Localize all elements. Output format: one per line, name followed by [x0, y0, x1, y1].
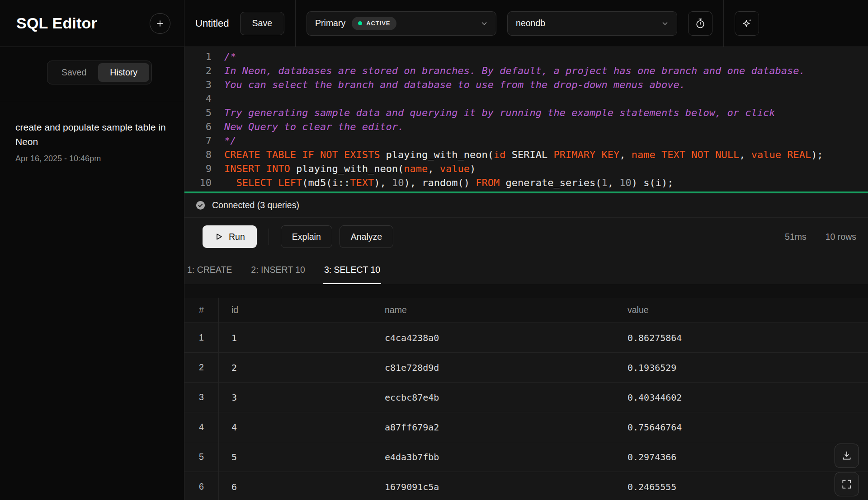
- history-list: create and populate sample table in Neon…: [0, 101, 184, 182]
- code-line[interactable]: 2In Neon, databases are stored on branch…: [184, 64, 868, 78]
- code-line[interactable]: 7*/: [184, 134, 868, 148]
- main-toolbar: Untitled Save Primary ACTIVE neondb: [184, 0, 868, 47]
- check-circle-icon: [195, 200, 206, 210]
- code-text: INSERT INTO playing_with_neon(name, valu…: [212, 162, 868, 176]
- results-tab[interactable]: 1: CREATE: [186, 259, 233, 284]
- name-cell: eccbc87e4b: [372, 383, 615, 412]
- row-index-cell: 1: [184, 323, 219, 352]
- code-text: You can select the branch and database t…: [212, 78, 868, 92]
- table-row[interactable]: 11c4ca4238a00.86275864: [184, 323, 868, 353]
- results-tabs: 1: CREATE2: INSERT 103: SELECT 10: [184, 256, 868, 284]
- id-cell: 1: [219, 323, 372, 352]
- id-cell: 5: [219, 442, 372, 472]
- play-icon: [214, 232, 223, 241]
- code-line[interactable]: 6New Query to clear the editor.: [184, 120, 868, 134]
- line-number: 1: [184, 50, 212, 64]
- line-number: 8: [184, 148, 212, 162]
- code-line[interactable]: 1/*: [184, 50, 868, 64]
- code-text: In Neon, databases are stored on branche…: [212, 64, 868, 78]
- run-button[interactable]: Run: [203, 225, 257, 248]
- explain-button[interactable]: Explain: [281, 225, 332, 248]
- code-text: New Query to clear the editor.: [212, 120, 868, 134]
- value-cell: 0.75646764: [615, 412, 868, 442]
- query-meta: 51ms 10 rows: [785, 232, 856, 242]
- history-item[interactable]: create and populate sample table in Neon…: [15, 120, 169, 164]
- branch-status-label: ACTIVE: [366, 20, 390, 27]
- toolbar-divider: [723, 0, 724, 47]
- app-root: SQL Editor SavedHistory create and popul…: [0, 0, 868, 500]
- query-row-count: 10 rows: [826, 232, 856, 242]
- sidebar-tab-history[interactable]: History: [98, 63, 149, 82]
- code-text: /*: [212, 50, 868, 64]
- code-line[interactable]: 8CREATE TABLE IF NOT EXISTS playing_with…: [184, 148, 868, 162]
- value-cell: 0.2974366: [615, 442, 868, 472]
- value-cell: 0.2465555: [615, 472, 868, 500]
- code-line[interactable]: 3You can select the branch and database …: [184, 78, 868, 92]
- id-cell: 2: [219, 353, 372, 382]
- results-tab[interactable]: 3: SELECT 10: [323, 259, 381, 284]
- code-editor[interactable]: 1/*2In Neon, databases are stored on bra…: [184, 47, 868, 190]
- line-number: 2: [184, 64, 212, 78]
- main-panel: Untitled Save Primary ACTIVE neondb: [184, 0, 868, 500]
- sidebar: SQL Editor SavedHistory create and popul…: [0, 0, 184, 500]
- connection-status: Connected (3 queries): [184, 193, 868, 218]
- value-cell: 0.40344602: [615, 383, 868, 412]
- branch-name: Primary: [315, 18, 345, 28]
- branch-status-badge: ACTIVE: [352, 17, 396, 30]
- column-header-value: value: [615, 298, 868, 322]
- id-cell: 6: [219, 472, 372, 500]
- query-history-button[interactable]: [688, 11, 712, 36]
- ai-assistant-button[interactable]: [735, 11, 759, 36]
- table-row[interactable]: 22c81e728d9d0.1936529: [184, 353, 868, 383]
- query-duration: 51ms: [785, 232, 807, 242]
- chevron-down-icon: [481, 20, 488, 27]
- table-row[interactable]: 33eccbc87e4b0.40344602: [184, 383, 868, 412]
- value-cell: 0.1936529: [615, 353, 868, 382]
- results-tab[interactable]: 2: INSERT 10: [250, 259, 306, 284]
- database-selector[interactable]: neondb: [507, 11, 677, 36]
- value-cell: 0.86275864: [615, 323, 868, 352]
- table-row[interactable]: 55e4da3b7fbb0.2974366: [184, 442, 868, 472]
- results-table-gap: [184, 284, 868, 298]
- row-index-cell: 2: [184, 353, 219, 382]
- history-item-timestamp: Apr 16, 2025 - 10:46pm: [15, 154, 169, 164]
- code-text: */: [212, 134, 868, 148]
- table-row[interactable]: 661679091c5a0.2465555: [184, 472, 868, 500]
- chevron-down-icon: [661, 20, 669, 27]
- line-number: 7: [184, 134, 212, 148]
- name-cell: e4da3b7fbb: [372, 442, 615, 472]
- fullscreen-button[interactable]: [835, 472, 859, 496]
- sidebar-tab-saved[interactable]: Saved: [50, 63, 98, 82]
- fullscreen-icon: [841, 478, 853, 490]
- download-results-button[interactable]: [835, 444, 859, 468]
- code-line[interactable]: 5Try generating sample data and querying…: [184, 106, 868, 120]
- code-line[interactable]: 4: [184, 92, 868, 106]
- line-number: 4: [184, 92, 212, 106]
- action-bar-divider: [269, 229, 269, 245]
- analyze-button[interactable]: Analyze: [340, 225, 393, 248]
- query-title[interactable]: Untitled: [195, 18, 229, 29]
- save-button[interactable]: Save: [240, 12, 284, 35]
- action-bar: Run Explain Analyze 51ms 10 rows: [184, 218, 868, 256]
- results-table-header: #idnamevalue: [184, 298, 868, 323]
- row-index-cell: 5: [184, 442, 219, 472]
- stopwatch-icon: [694, 18, 706, 29]
- name-cell: 1679091c5a: [372, 472, 615, 500]
- plus-icon: [155, 19, 165, 28]
- page-title: SQL Editor: [16, 14, 97, 32]
- code-text: SELECT LEFT(md5(i::TEXT), 10), random() …: [212, 176, 868, 190]
- name-cell: a87ff679a2: [372, 412, 615, 442]
- id-cell: 3: [219, 383, 372, 412]
- column-header-name: name: [372, 298, 615, 322]
- active-dot-icon: [358, 21, 362, 25]
- sparkles-icon: [741, 18, 753, 29]
- code-line[interactable]: 10 SELECT LEFT(md5(i::TEXT), 10), random…: [184, 176, 868, 190]
- code-line[interactable]: 9INSERT INTO playing_with_neon(name, val…: [184, 162, 868, 176]
- row-index-cell: 4: [184, 412, 219, 442]
- table-row[interactable]: 44a87ff679a20.75646764: [184, 412, 868, 442]
- line-number: 5: [184, 106, 212, 120]
- line-number: 9: [184, 162, 212, 176]
- branch-selector[interactable]: Primary ACTIVE: [307, 11, 496, 36]
- code-text: CREATE TABLE IF NOT EXISTS playing_with_…: [212, 148, 868, 162]
- new-query-button[interactable]: [150, 13, 170, 34]
